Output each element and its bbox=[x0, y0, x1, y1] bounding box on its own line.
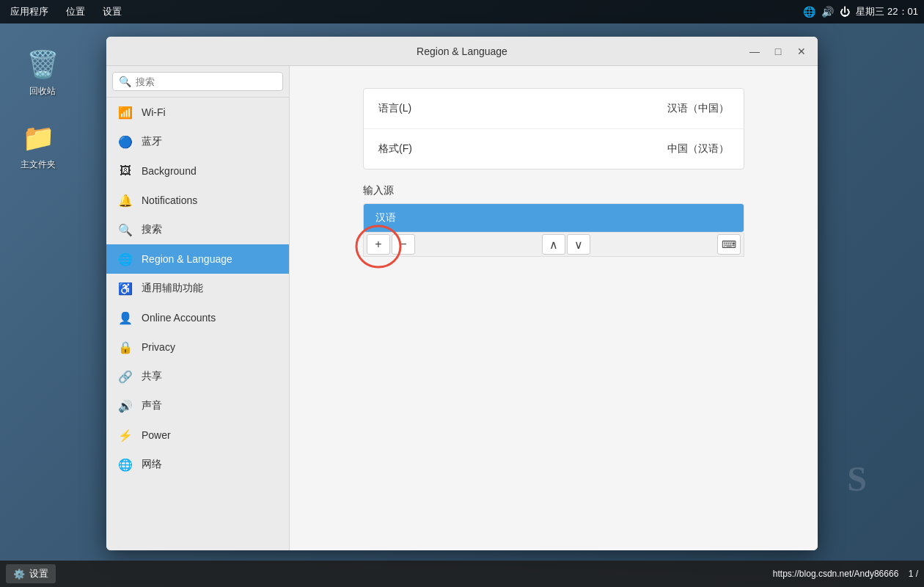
power-icon: ⏻ bbox=[840, 6, 850, 18]
format-value: 中国（汉语） bbox=[667, 142, 729, 156]
sidebar-item-search[interactable]: 🔍 搜索 bbox=[106, 215, 289, 244]
sidebar-label-accessibility: 通用辅助功能 bbox=[142, 282, 203, 295]
topbar-left: 应用程序 位置 设置 bbox=[6, 4, 126, 20]
input-sources-heading: 输入源 bbox=[363, 184, 744, 197]
desktop-watermark: S bbox=[847, 459, 865, 499]
wifi-icon: 📶 bbox=[118, 105, 133, 120]
sidebar-item-privacy[interactable]: 🔒 Privacy bbox=[106, 332, 289, 362]
sidebar-item-background[interactable]: 🖼 Background bbox=[106, 156, 289, 186]
settings-body: 🔍 📶 Wi-Fi 🔵 蓝牙 🖼 Background bbox=[106, 66, 818, 550]
sidebar-label-online-accounts: Online Accounts bbox=[142, 312, 216, 324]
sidebar-label-notifications: Notifications bbox=[142, 194, 197, 206]
sidebar-item-power[interactable]: ⚡ Power bbox=[106, 420, 289, 450]
globe-icon: 🌐 bbox=[118, 252, 133, 266]
sidebar-label-region: Region & Language bbox=[142, 253, 232, 265]
format-label: 格式(F) bbox=[378, 142, 412, 156]
accounts-icon: 👤 bbox=[118, 310, 133, 325]
bluetooth-icon: 🔵 bbox=[118, 134, 133, 149]
language-value: 汉语（中国） bbox=[667, 102, 729, 115]
sidebar-label-network: 网络 bbox=[142, 458, 162, 471]
settings-taskbar-icon: ⚙️ bbox=[13, 569, 25, 580]
minimize-button[interactable]: — bbox=[744, 43, 765, 60]
minus-icon: − bbox=[400, 238, 406, 251]
input-sources-list: 汉语 bbox=[363, 203, 744, 233]
desktop-icon-home[interactable]: 📁 主文件夹 bbox=[18, 117, 59, 174]
taskbar-settings-item[interactable]: ⚙️ 设置 bbox=[6, 564, 56, 583]
input-sources-container: 输入源 汉语 + bbox=[363, 184, 744, 257]
sidebar-item-sharing[interactable]: 🔗 共享 bbox=[106, 362, 289, 391]
sidebar-label-background: Background bbox=[142, 165, 197, 177]
topbar: 应用程序 位置 设置 🌐 🔊 ⏻ 星期三 22：01 bbox=[0, 0, 924, 23]
settings-taskbar-label: 设置 bbox=[29, 567, 48, 580]
taskbar-pager: 1 / bbox=[909, 569, 918, 579]
network-nav-icon: 🌐 bbox=[118, 457, 133, 472]
window-controls: — □ ✕ bbox=[744, 43, 812, 60]
sidebar-item-online-accounts[interactable]: 👤 Online Accounts bbox=[106, 303, 289, 332]
search-nav-icon: 🔍 bbox=[118, 222, 133, 237]
maximize-button[interactable]: □ bbox=[768, 43, 788, 60]
down-arrow-icon: ∨ bbox=[574, 238, 583, 252]
move-up-button[interactable]: ∧ bbox=[542, 234, 565, 255]
plus-icon: + bbox=[375, 238, 381, 251]
taskbar-url: https://blog.csdn.net/Andy86666 bbox=[773, 569, 898, 579]
clock: 星期三 22：01 bbox=[856, 5, 918, 18]
sidebar-search-container: 🔍 bbox=[106, 66, 289, 98]
sound-nav-icon: 🔊 bbox=[118, 398, 133, 413]
background-icon: 🖼 bbox=[118, 164, 133, 178]
close-button[interactable]: ✕ bbox=[791, 43, 812, 60]
menu-settings[interactable]: 设置 bbox=[98, 4, 126, 20]
keyboard-settings-button[interactable]: ⌨ bbox=[717, 234, 741, 255]
sidebar-label-power: Power bbox=[142, 429, 171, 441]
sharing-icon: 🔗 bbox=[118, 369, 133, 384]
search-input[interactable] bbox=[136, 76, 276, 87]
sidebar-label-wifi: Wi-Fi bbox=[142, 106, 166, 118]
sidebar-item-network[interactable]: 🌐 网络 bbox=[106, 450, 289, 479]
format-row[interactable]: 格式(F) 中国（汉语） bbox=[364, 129, 744, 169]
search-box[interactable]: 🔍 bbox=[112, 72, 283, 91]
sidebar-item-bluetooth[interactable]: 🔵 蓝牙 bbox=[106, 127, 289, 156]
input-source-chinese[interactable]: 汉语 bbox=[364, 204, 744, 232]
topbar-right: 🌐 🔊 ⏻ 星期三 22：01 bbox=[803, 5, 918, 18]
sidebar-item-sound[interactable]: 🔊 声音 bbox=[106, 391, 289, 420]
home-folder-icon: 📁 bbox=[21, 120, 56, 156]
move-down-button[interactable]: ∨ bbox=[567, 234, 590, 255]
accessibility-icon: ♿ bbox=[118, 281, 133, 296]
network-icon: 🌐 bbox=[803, 6, 815, 18]
settings-window: Region & Language — □ ✕ 🔍 📶 bbox=[106, 37, 818, 550]
settings-panel: 语言(L) 汉语（中国） 格式(F) 中国（汉语） 输入源 汉语 bbox=[363, 88, 744, 257]
sidebar-item-notifications[interactable]: 🔔 Notifications bbox=[106, 186, 289, 215]
up-arrow-icon: ∧ bbox=[549, 238, 558, 252]
add-input-source-button[interactable]: + bbox=[367, 234, 390, 255]
window-title: Region & Language bbox=[417, 45, 507, 57]
toolbar-right-group: ∧ ∨ bbox=[542, 234, 590, 255]
window-titlebar: Region & Language — □ ✕ bbox=[106, 37, 818, 66]
recycle-bin-icon: 🗑️ bbox=[25, 47, 60, 82]
desktop: 应用程序 位置 设置 🌐 🔊 ⏻ 星期三 22：01 🗑️ 回收站 📁 主文件夹… bbox=[0, 0, 924, 587]
taskbar: ⚙️ 设置 https://blog.csdn.net/Andy86666 1 … bbox=[0, 561, 924, 587]
sidebar-item-accessibility[interactable]: ♿ 通用辅助功能 bbox=[106, 274, 289, 303]
language-format-section: 语言(L) 汉语（中国） 格式(F) 中国（汉语） bbox=[363, 88, 744, 169]
sidebar-label-privacy: Privacy bbox=[142, 341, 175, 353]
language-row[interactable]: 语言(L) 汉语（中国） bbox=[364, 89, 744, 129]
input-sources-toolbar: + − bbox=[363, 233, 744, 257]
sidebar-item-wifi[interactable]: 📶 Wi-Fi bbox=[106, 98, 289, 127]
language-label: 语言(L) bbox=[378, 102, 411, 115]
search-icon: 🔍 bbox=[119, 76, 131, 87]
sidebar-label-search: 搜索 bbox=[142, 223, 162, 236]
remove-input-source-button[interactable]: − bbox=[392, 234, 415, 255]
taskbar-right: https://blog.csdn.net/Andy86666 1 / bbox=[773, 569, 918, 579]
bell-icon: 🔔 bbox=[118, 193, 133, 208]
home-folder-label: 主文件夹 bbox=[21, 158, 56, 171]
power-nav-icon: ⚡ bbox=[118, 428, 133, 442]
sidebar-label-sharing: 共享 bbox=[142, 370, 162, 383]
taskbar-left: ⚙️ 设置 bbox=[6, 564, 56, 583]
menu-apps[interactable]: 应用程序 bbox=[6, 4, 53, 20]
sidebar-label-bluetooth: 蓝牙 bbox=[142, 135, 162, 148]
desktop-icon-recycle[interactable]: 🗑️ 回收站 bbox=[22, 44, 63, 101]
privacy-icon: 🔒 bbox=[118, 340, 133, 354]
recycle-bin-label: 回收站 bbox=[29, 85, 56, 98]
menu-places[interactable]: 位置 bbox=[62, 4, 89, 20]
main-content: 语言(L) 汉语（中国） 格式(F) 中国（汉语） 输入源 汉语 bbox=[290, 66, 818, 550]
sidebar: 🔍 📶 Wi-Fi 🔵 蓝牙 🖼 Background bbox=[106, 66, 290, 550]
sidebar-item-region-language[interactable]: 🌐 Region & Language bbox=[106, 244, 289, 274]
